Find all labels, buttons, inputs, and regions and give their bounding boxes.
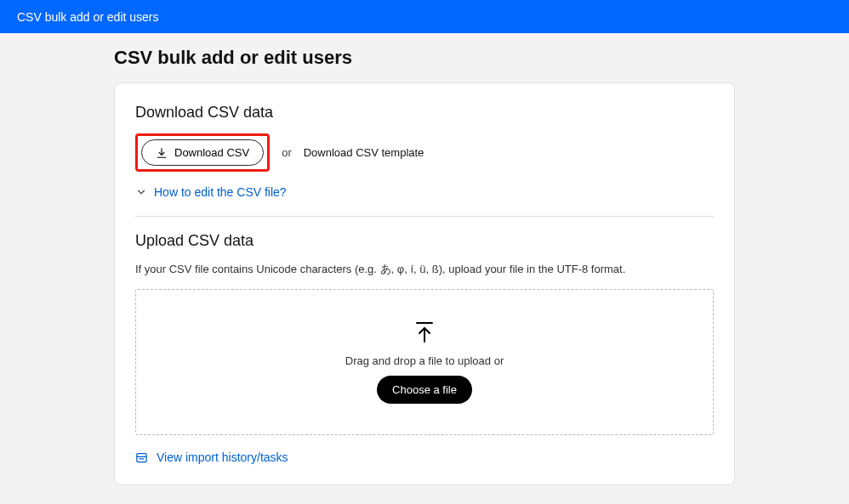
history-icon <box>135 451 148 464</box>
svg-rect-2 <box>137 453 146 462</box>
page-content: CSV bulk add or edit users Download CSV … <box>0 33 849 485</box>
top-bar-title: CSV bulk add or edit users <box>17 10 159 24</box>
choose-file-button[interactable]: Choose a file <box>377 376 472 404</box>
download-csv-highlight: Download CSV <box>135 133 270 172</box>
upload-dropzone[interactable]: Drag and drop a file to upload or Choose… <box>135 289 714 435</box>
upload-section-title: Upload CSV data <box>135 232 714 250</box>
main-card: Download CSV data Download CSV or Downlo… <box>114 82 735 485</box>
download-row: Download CSV or Download CSV template <box>135 133 714 172</box>
upload-hint: If your CSV file contains Unicode charac… <box>135 262 714 277</box>
upload-icon <box>414 321 435 346</box>
upload-section: Upload CSV data If your CSV file contain… <box>135 232 714 435</box>
choose-file-label: Choose a file <box>392 383 457 396</box>
chevron-down-icon <box>135 186 147 198</box>
section-divider <box>135 216 714 217</box>
or-separator: or <box>282 146 292 159</box>
download-template-link[interactable]: Download CSV template <box>304 146 424 159</box>
top-bar: CSV bulk add or edit users <box>0 0 849 33</box>
download-section: Download CSV data Download CSV or Downlo… <box>135 104 714 199</box>
footer-link-row: View import history/tasks <box>135 450 714 464</box>
dropzone-text: Drag and drop a file to upload or <box>345 354 504 367</box>
howto-edit-label: How to edit the CSV file? <box>154 185 287 199</box>
howto-edit-toggle[interactable]: How to edit the CSV file? <box>135 185 714 199</box>
download-csv-button[interactable]: Download CSV <box>141 139 264 166</box>
page-title: CSV bulk add or edit users <box>114 47 849 69</box>
download-icon <box>156 147 168 159</box>
view-history-link[interactable]: View import history/tasks <box>157 450 288 464</box>
download-csv-label: Download CSV <box>174 146 249 159</box>
download-section-title: Download CSV data <box>135 104 714 122</box>
